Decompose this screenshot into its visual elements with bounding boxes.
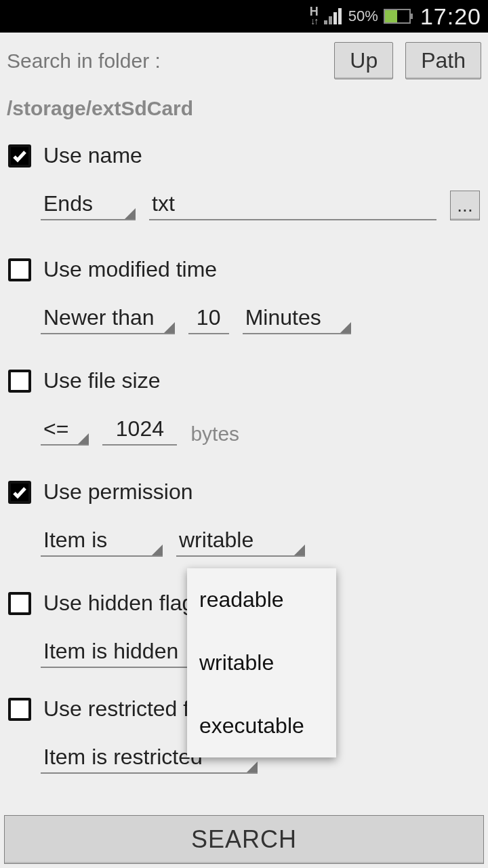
size-unit-label: bytes xyxy=(190,422,239,446)
clock: 17:20 xyxy=(420,3,481,30)
use-restricted-flag-checkbox[interactable] xyxy=(8,698,31,721)
permission-mode-spinner[interactable]: Item is xyxy=(41,525,163,557)
use-file-size-checkbox[interactable] xyxy=(8,370,31,393)
search-in-folder-label: Search in folder : xyxy=(7,50,161,73)
dropdown-option-readable[interactable]: readable xyxy=(187,568,336,631)
status-bar: H ↓↑ 50% 17:20 xyxy=(0,0,488,33)
use-hidden-flag-checkbox[interactable] xyxy=(8,592,31,615)
size-value-input[interactable]: 1024 xyxy=(102,414,177,446)
time-unit-spinner[interactable]: Minutes xyxy=(243,302,351,334)
name-mode-spinner[interactable]: Ends xyxy=(41,189,136,220)
header: Search in folder : Up Path xyxy=(0,33,488,82)
name-value-input[interactable]: txt xyxy=(149,189,436,220)
use-name-label: Use name xyxy=(43,143,142,168)
use-permission-label: Use permission xyxy=(43,479,193,505)
use-hidden-flag-label: Use hidden flag xyxy=(43,591,194,616)
use-permission-checkbox[interactable] xyxy=(8,481,31,504)
name-more-button[interactable]: ... xyxy=(450,191,480,220)
use-modified-time-label: Use modified time xyxy=(43,257,217,282)
battery-percentage: 50% xyxy=(348,7,378,25)
path-button[interactable]: Path xyxy=(405,42,481,79)
time-mode-spinner[interactable]: Newer than xyxy=(41,302,175,334)
dropdown-option-writable[interactable]: writable xyxy=(187,631,336,694)
permission-value-spinner[interactable]: writable xyxy=(176,525,305,557)
use-name-checkbox[interactable] xyxy=(8,144,31,167)
permission-dropdown: readable writable executable xyxy=(187,568,336,757)
up-button[interactable]: Up xyxy=(334,42,393,79)
dropdown-option-executable[interactable]: executable xyxy=(187,694,336,757)
use-file-size-label: Use file size xyxy=(43,368,161,393)
network-type-icon: H ↓↑ xyxy=(310,7,319,26)
size-op-spinner[interactable]: <= xyxy=(41,414,89,446)
use-modified-time-checkbox[interactable] xyxy=(8,258,31,281)
current-path: /storage/extSdCard xyxy=(0,82,488,124)
signal-icon xyxy=(324,8,343,24)
search-button[interactable]: SEARCH xyxy=(4,815,484,864)
battery-icon xyxy=(384,9,411,24)
time-value-input[interactable]: 10 xyxy=(188,302,229,334)
